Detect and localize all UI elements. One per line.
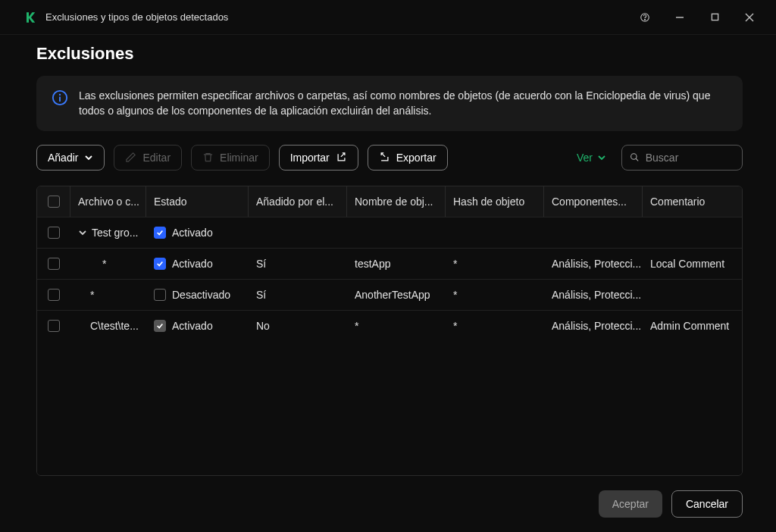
search-icon — [630, 152, 640, 163]
state-label: Activado — [172, 320, 213, 332]
table-header: Archivo o c... Estado Añadido por el... … — [37, 186, 742, 217]
cell-object-hash — [446, 217, 544, 248]
cell-object-name: * — [347, 311, 446, 341]
row-checkbox-cell — [37, 217, 70, 248]
search-box[interactable] — [621, 145, 743, 171]
cell-components — [544, 217, 643, 248]
header-added-by[interactable]: Añadido por el... — [249, 186, 347, 217]
cell-added-by: Sí — [249, 280, 347, 310]
view-link-label: Ver — [577, 152, 593, 164]
cell-added-by: No — [249, 311, 347, 341]
cell-comment: Admin Comment — [643, 311, 734, 341]
row-checkbox[interactable] — [48, 320, 60, 332]
select-all-checkbox[interactable] — [48, 196, 60, 208]
state-label: Desactivado — [172, 289, 230, 301]
cell-object-name: AnotherTestApp — [347, 280, 446, 310]
state-checkbox[interactable] — [154, 289, 166, 301]
export-button[interactable]: Exportar — [368, 145, 448, 171]
export-icon — [379, 152, 390, 163]
row-checkbox-cell — [37, 280, 70, 310]
toolbar: Añadir Editar Eliminar Importar Exportar — [36, 145, 743, 171]
cell-state: Desactivado — [146, 280, 249, 310]
info-text: Las exclusiones permiten especificar arc… — [79, 88, 728, 119]
svg-point-7 — [59, 94, 61, 95]
row-checkbox[interactable] — [48, 289, 60, 301]
header-comment[interactable]: Comentario — [643, 186, 734, 217]
header-object-hash[interactable]: Hash de objeto — [446, 186, 544, 217]
delete-button-label: Eliminar — [220, 152, 258, 164]
import-icon — [336, 152, 347, 163]
header-checkbox-cell — [37, 186, 70, 217]
file-label: Test gro... — [92, 227, 138, 239]
cell-comment: Local Comment — [643, 249, 734, 279]
state-checkbox[interactable] — [154, 227, 166, 239]
cell-comment — [643, 280, 734, 310]
cell-file: * — [70, 280, 146, 310]
table-body: Test gro...Activado*ActivadoSítestApp*An… — [37, 217, 742, 475]
cancel-button-label: Cancelar — [686, 498, 728, 510]
file-label: C\test\te... — [90, 320, 139, 332]
minimize-button[interactable] — [662, 5, 697, 30]
table-row[interactable]: C\test\te...ActivadoNo**Análisis, Protec… — [37, 310, 742, 341]
cell-state: Activado — [146, 249, 249, 279]
cell-object-hash: * — [446, 311, 544, 341]
view-link[interactable]: Ver — [577, 152, 606, 164]
cancel-button[interactable]: Cancelar — [671, 490, 743, 518]
svg-point-9 — [631, 154, 637, 159]
cell-components: Análisis, Protecci... — [544, 249, 643, 279]
page-title: Exclusiones — [36, 44, 743, 64]
table-row[interactable]: *DesactivadoSíAnotherTestApp*Análisis, P… — [37, 279, 742, 310]
file-label: * — [90, 289, 94, 301]
cell-file: C\test\te... — [70, 311, 146, 341]
header-components[interactable]: Componentes... — [544, 186, 643, 217]
accept-button-label: Aceptar — [612, 498, 649, 510]
file-label: * — [102, 258, 106, 270]
edit-button[interactable]: Editar — [114, 145, 182, 171]
maximize-button[interactable] — [697, 5, 732, 30]
pencil-icon — [125, 152, 136, 163]
svg-rect-8 — [59, 97, 61, 102]
state-checkbox[interactable] — [154, 320, 166, 332]
cell-components: Análisis, Protecci... — [544, 311, 643, 341]
content-area: Exclusiones Las exclusiones permiten esp… — [0, 35, 776, 476]
table-row[interactable]: *ActivadoSítestApp*Análisis, Protecci...… — [37, 248, 742, 279]
accept-button[interactable]: Aceptar — [599, 490, 662, 518]
window-title: Exclusiones y tipos de objetos detectado… — [45, 11, 627, 23]
add-button[interactable]: Añadir — [36, 145, 105, 171]
delete-button[interactable]: Eliminar — [191, 145, 270, 171]
cell-object-hash: * — [446, 249, 544, 279]
cell-state: Activado — [146, 217, 249, 248]
cell-comment — [643, 217, 734, 248]
svg-point-1 — [645, 19, 646, 20]
svg-line-10 — [636, 158, 638, 161]
header-state[interactable]: Estado — [146, 186, 249, 217]
edit-button-label: Editar — [142, 152, 171, 164]
row-checkbox-cell — [37, 311, 70, 341]
import-button-label: Importar — [290, 152, 330, 164]
chevron-down-icon — [84, 153, 93, 162]
search-input[interactable] — [646, 152, 734, 164]
chevron-down-icon — [597, 153, 606, 162]
info-banner: Las exclusiones permiten especificar arc… — [36, 76, 743, 131]
cell-added-by — [249, 217, 347, 248]
svg-rect-3 — [712, 14, 718, 20]
row-checkbox[interactable] — [48, 258, 60, 270]
cell-object-name — [347, 217, 446, 248]
cell-object-hash: * — [446, 280, 544, 310]
cell-components: Análisis, Protecci... — [544, 280, 643, 310]
info-icon — [52, 89, 68, 106]
help-button[interactable] — [627, 5, 662, 30]
import-button[interactable]: Importar — [279, 145, 358, 171]
close-button[interactable] — [732, 5, 767, 30]
header-file[interactable]: Archivo o c... — [70, 186, 146, 217]
cell-object-name: testApp — [347, 249, 446, 279]
state-checkbox[interactable] — [154, 258, 166, 270]
footer: Aceptar Cancelar — [0, 476, 776, 532]
table-row[interactable]: Test gro...Activado — [37, 217, 742, 248]
cell-file: Test gro... — [70, 217, 146, 248]
window-controls — [627, 5, 767, 30]
cell-added-by: Sí — [249, 249, 347, 279]
row-checkbox[interactable] — [48, 227, 60, 239]
app-logo-icon — [24, 11, 38, 24]
header-object-name[interactable]: Nombre de obj... — [347, 186, 446, 217]
